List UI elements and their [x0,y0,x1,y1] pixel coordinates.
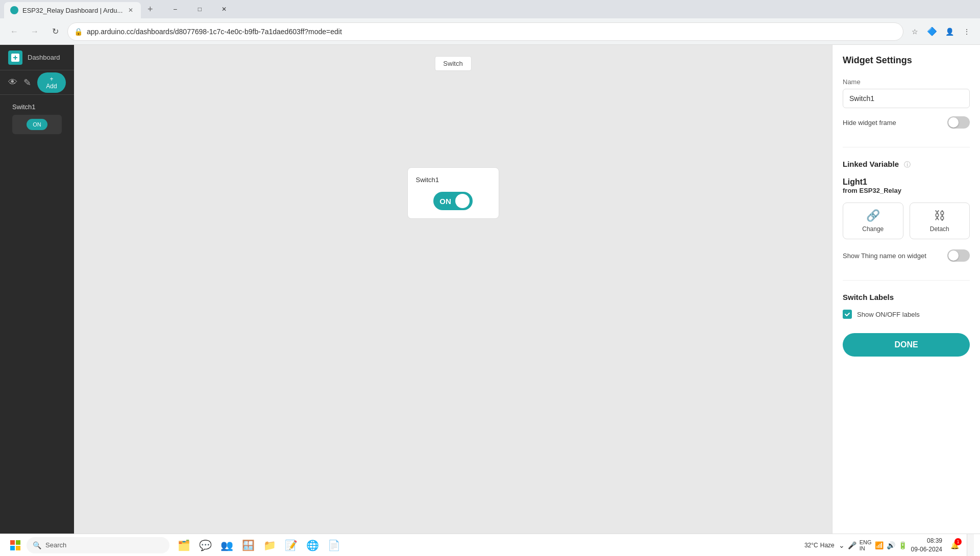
files-icon: 📁 [263,539,276,551]
svg-rect-3 [10,546,15,550]
browser-chrome: ESP32_Relay Dashboard | Ardu... ✕ + – □ … [0,0,980,45]
search-text: Search [45,541,66,549]
linked-var-from: from ESP32_Relay [843,187,970,194]
name-field-label: Name [843,78,970,86]
taskbar-app-files[interactable]: 📁 [259,535,280,555]
main-canvas: Switch Switch1 ON [74,45,832,534]
toggle-thumb [455,194,470,208]
detach-label: Detach [930,225,949,233]
weather-condition: Haze [820,542,835,549]
svg-rect-2 [16,540,20,545]
show-thing-toggle[interactable] [947,249,970,262]
browser-titlebar: ESP32_Relay Dashboard | Ardu... ✕ + – □ … [0,0,980,18]
address-input[interactable] [87,28,897,36]
taskbar-search[interactable]: 🔍 Search [27,537,169,553]
detach-variable-button[interactable]: ⛓ Detach [910,203,970,239]
widget-card-title: Switch1 [416,176,491,184]
hide-frame-toggle[interactable] [947,116,970,129]
show-onoff-checkbox[interactable] [843,310,852,319]
add-widget-button[interactable]: + Add [37,72,66,93]
security-icon: 🔒 [74,28,83,36]
show-thing-row: Show Thing name on widget [843,249,970,262]
new-tab-button[interactable]: + [143,2,157,16]
name-input[interactable] [843,89,970,108]
linked-var-name: Light1 [843,178,970,187]
notepad-icon: 📝 [285,539,298,551]
show-desktop-button[interactable] [967,534,974,557]
taskbar-app-explorer[interactable]: 🗂️ [174,535,194,555]
sidebar-logo [8,50,22,65]
linked-variable-section-title: Linked Variable ⓘ [843,160,970,169]
reload-button[interactable]: ↻ [47,23,63,40]
taskbar-app-chrome[interactable]: 🌐 [302,535,323,555]
taskbar-right: 32°C Haze ⌄ 🎤 ENG IN 📶 🔊 🔋 08:39 09-06-2… [804,534,974,557]
app-layout: Dashboard 👁 ✎ + Add Switch1 ON Switch Sw… [0,45,980,534]
address-bar-container[interactable]: 🔒 [67,22,903,41]
toggle-small-button[interactable]: ON [27,119,47,130]
toggle-switch-container: ON [416,192,491,210]
battery-icon[interactable]: 🔋 [898,541,907,549]
wifi-icon[interactable]: 📶 [875,541,884,549]
canvas-label: Switch [434,56,471,71]
taskbar: 🔍 Search 🗂️ 💬 👥 🪟 📁 📝 🌐 📄 32°C [0,534,980,556]
linked-var-thing: ESP32_Relay [860,187,901,194]
eye-icon[interactable]: 👁 [8,77,17,88]
taskbar-sys-icons: ⌄ 🎤 ENG IN 📶 🔊 🔋 [839,539,907,551]
tab-favicon [10,6,18,14]
sidebar-title: Dashboard [28,54,60,61]
svg-rect-4 [16,546,20,550]
explorer-icon: 🗂️ [178,539,190,551]
taskbar-app-teams[interactable]: 👥 [216,535,237,555]
hide-frame-row: Hide widget frame [843,116,970,129]
speaker-icon[interactable]: 🔊 [887,541,895,549]
taskbar-app-pdf[interactable]: 📄 [324,535,344,555]
linked-actions: 🔗 Change ⛓ Detach [843,203,970,239]
menu-button[interactable]: ⋮ [960,24,974,39]
chevron-up-icon[interactable]: ⌄ [839,541,845,549]
change-label: Change [862,225,884,233]
weather-temp: 32°C [804,542,818,549]
show-thing-label: Show Thing name on widget [843,252,926,260]
extensions-button[interactable]: 🔷 [925,24,939,39]
maximize-button[interactable]: □ [188,1,211,17]
taskbar-app-cortana[interactable]: 💬 [195,535,215,555]
panel-title: Widget Settings [843,55,970,66]
sidebar-item-switch1[interactable]: Switch1 ON [4,97,70,140]
browser-tab[interactable]: ESP32_Relay Dashboard | Ardu... ✕ [4,2,141,18]
taskbar-app-store[interactable]: 🪟 [238,535,258,555]
taskbar-apps: 🗂️ 💬 👥 🪟 📁 📝 🌐 📄 [174,535,344,555]
svg-rect-1 [10,540,15,545]
microphone-icon[interactable]: 🎤 [848,541,856,549]
taskbar-app-notepad[interactable]: 📝 [281,535,301,555]
show-onoff-row: Show ON/OFF labels [843,310,970,319]
back-button[interactable]: ← [6,23,22,40]
pdf-icon: 📄 [328,539,340,551]
profile-button[interactable]: 👤 [942,24,957,39]
sidebar-toolbar: 👁 ✎ + Add [0,70,74,95]
done-button[interactable]: DONE [843,333,970,357]
cortana-icon: 💬 [199,539,212,551]
teams-icon: 👥 [220,539,233,551]
lang-label: ENG IN [860,539,872,551]
toggle-on-label: ON [439,197,451,206]
linked-var-info-icon: ⓘ [904,161,911,168]
edit-icon[interactable]: ✎ [23,77,31,88]
bookmark-button[interactable]: ☆ [908,24,922,39]
notification-button[interactable]: 🔔 [946,537,963,553]
tab-title: ESP32_Relay Dashboard | Ardu... [22,7,122,14]
toggle-switch[interactable]: ON [433,192,473,210]
unlink-icon: ⛓ [934,209,945,222]
widget-card: Switch1 ON [407,167,499,219]
link-icon: 🔗 [866,209,880,222]
close-button[interactable]: ✕ [212,1,236,17]
start-button[interactable] [6,536,24,554]
change-variable-button[interactable]: 🔗 Change [843,203,903,239]
minimize-button[interactable]: – [163,1,187,17]
window-controls: – □ ✕ [163,1,236,17]
taskbar-clock[interactable]: 08:39 09-06-2024 [911,537,942,554]
close-tab-button[interactable]: ✕ [127,6,135,14]
forward-button[interactable]: → [27,23,43,40]
switch-labels-section-title: Switch Labels [843,293,970,301]
hide-frame-label: Hide widget frame [843,119,896,127]
chrome-icon: 🌐 [306,539,319,551]
